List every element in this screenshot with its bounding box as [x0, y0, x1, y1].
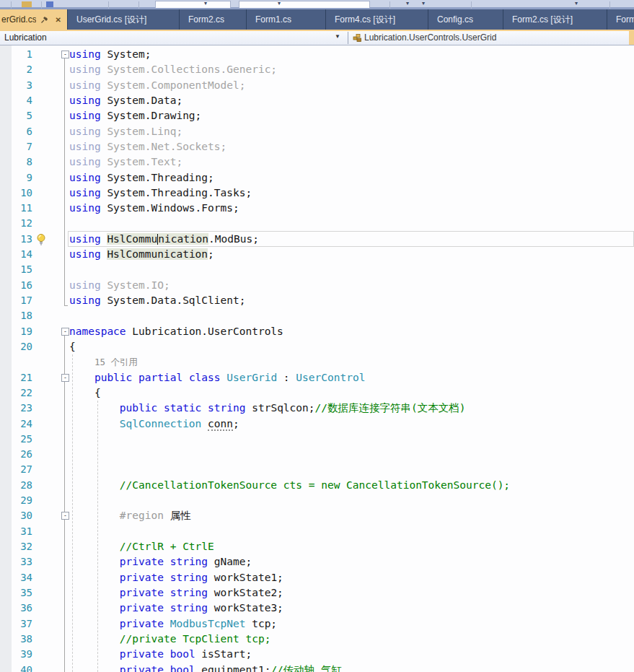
code-token — [164, 664, 170, 672]
code-line-20[interactable]: 20{ — [0, 339, 634, 354]
close-icon[interactable]: ✕ — [53, 15, 63, 25]
line-number: 4 — [0, 93, 34, 108]
code-token — [69, 648, 120, 660]
code-line-26[interactable]: 26 — [0, 447, 634, 462]
line-number: 29 — [0, 493, 34, 508]
code-token: using — [69, 248, 101, 260]
lightbulb-icon[interactable] — [35, 233, 47, 245]
line-number: 26 — [0, 447, 34, 462]
tab-form1-cs[interactable]: Form1.cs — [247, 9, 326, 30]
line-number: 18 — [0, 308, 34, 323]
code-line-24[interactable]: 24 SqlConnection conn; — [0, 416, 634, 432]
code-line-40[interactable]: 40 private bool equipment1;//传动轴 气缸 — [0, 663, 634, 672]
code-line-8[interactable]: 8using System.Text; — [0, 154, 634, 170]
line-number: 23 — [0, 401, 34, 416]
code-line-35[interactable]: 35 private string workState2; — [0, 585, 634, 601]
tab-form4-cs-[interactable]: Form4.cs [设计] — [326, 9, 428, 30]
dropdown-caret-icon[interactable]: ▾ — [278, 0, 281, 7]
code-line-29[interactable]: 29 — [0, 493, 634, 508]
code-token — [69, 572, 120, 583]
code-line-18[interactable]: 18 — [0, 308, 634, 323]
code-line-23[interactable]: 23 public static string strSqlcon;//数据库连… — [0, 401, 634, 416]
code-token — [201, 418, 208, 429]
code-line-14[interactable]: 14using HslCommunication; — [0, 247, 634, 262]
code-token: ModbusTcpNet — [170, 618, 246, 629]
code-line-25[interactable]: 25 — [0, 432, 634, 447]
tab-form2-cs-[interactable]: Form2.cs [设计] — [503, 9, 607, 30]
navigation-bar: Lubrication ▼ Lubrication.UserControls.U… — [0, 31, 634, 45]
folder-icon[interactable] — [22, 1, 32, 7]
code-token: //CtrlR + CtrlE — [120, 541, 214, 552]
toolbar-separator — [41, 1, 42, 9]
code-token: 15 个引用 — [94, 357, 138, 367]
code-line-27[interactable]: 27 — [0, 462, 634, 477]
code-line-21[interactable]: 21- public partial class UserGrid : User… — [0, 370, 634, 385]
project-dropdown[interactable]: Lubrication — [4, 32, 47, 43]
code-line-34[interactable]: 34 private string workState1; — [0, 570, 634, 585]
code-line-36[interactable]: 36 private string workState3; — [0, 601, 634, 616]
tab-form2-cs[interactable]: Form2.cs — [180, 9, 247, 30]
code-line-10[interactable]: 10using System.Threading.Tasks; — [0, 186, 634, 201]
code-line-2[interactable]: 2using System.Collections.Generic; — [0, 62, 634, 77]
code-line-4[interactable]: 4using System.Data; — [0, 93, 634, 108]
tab-form[interactable]: Form — [607, 9, 634, 30]
vs-window: { "tabs": [ { "label": "erGrid.cs", "act… — [0, 0, 634, 672]
code-line-5[interactable]: 5using System.Drawing; — [0, 108, 634, 123]
code-line-16[interactable]: 16using System.IO; — [0, 278, 634, 293]
code-line-39[interactable]: 39 private bool isStart; — [0, 647, 634, 662]
save-icon[interactable] — [46, 1, 53, 7]
collapse-box-icon[interactable]: - — [61, 51, 69, 58]
chevron-down-icon[interactable]: ▼ — [335, 33, 340, 40]
toolbar-combobox[interactable] — [155, 1, 231, 8]
dropdown-caret-icon[interactable]: ▾ — [406, 0, 409, 7]
code-token — [164, 556, 170, 567]
code-line-32[interactable]: 32 //CtrlR + CtrlE — [0, 539, 634, 554]
code-line-31[interactable]: 31 — [0, 524, 634, 539]
code-line-11[interactable]: 11using System.Windows.Forms; — [0, 201, 634, 216]
collapse-box-icon[interactable]: - — [61, 328, 69, 336]
pin-icon[interactable] — [40, 15, 50, 25]
tab-usergrid-cs-[interactable]: UserGrid.cs [设计] — [68, 9, 180, 30]
dropdown-caret-icon[interactable]: ▾ — [204, 0, 207, 7]
line-number: 8 — [0, 154, 34, 170]
dropdown-caret-icon[interactable]: ▾ — [422, 0, 425, 7]
code-line-30[interactable]: 30- #region 属性 — [0, 508, 634, 523]
line-number: 32 — [0, 539, 34, 554]
code-token — [164, 602, 170, 614]
code-line-15[interactable]: 15 — [0, 262, 634, 277]
code-line-33[interactable]: 33 private string gName; — [0, 554, 634, 570]
code-line-37[interactable]: 37 private ModbusTcpNet tcp; — [0, 616, 634, 632]
code-token: //数据库连接字符串(文本文档) — [315, 402, 466, 414]
code-token: gName; — [208, 556, 252, 567]
line-number: 22 — [0, 385, 34, 401]
toolbar-separator — [108, 1, 109, 9]
code-line-28[interactable]: 28 //CancellationTokenSource cts = new C… — [0, 478, 634, 493]
collapse-box-icon[interactable]: - — [61, 374, 69, 382]
toolbar-combobox[interactable] — [239, 1, 370, 8]
code-line-38[interactable]: 38 //private TcpClient tcp; — [0, 632, 634, 647]
tab-ergrid-cs[interactable]: erGrid.cs✕ — [0, 9, 68, 30]
type-breadcrumb-dropdown[interactable]: Lubrication.UserControls.UserGrid — [364, 32, 496, 43]
code-editor[interactable]: 1-using System;2using System.Collections… — [0, 45, 634, 672]
line-number: 30 — [0, 508, 34, 523]
tab-config-cs[interactable]: Config.cs — [428, 9, 503, 30]
dropdown-caret-icon[interactable]: ▾ — [575, 0, 578, 7]
code-line-13[interactable]: 13using HslCommunication.ModBus; — [0, 232, 634, 247]
codelens-row[interactable]: 15 个引用 — [0, 354, 634, 370]
code-line-17[interactable]: 17using System.Data.SqlClient; — [0, 293, 634, 308]
code-line-7[interactable]: 7using System.Net.Sockets; — [0, 139, 634, 154]
code-line-19[interactable]: 19-namespace Lubrication.UserControls — [0, 324, 634, 339]
code-token — [164, 618, 170, 629]
code-line-3[interactable]: 3using System.ComponentModel; — [0, 78, 634, 93]
collapse-box-icon[interactable]: - — [61, 512, 69, 520]
code-line-22[interactable]: 22 { — [0, 385, 634, 401]
code-line-9[interactable]: 9using System.Threading; — [0, 170, 634, 186]
outline-region-line — [64, 336, 65, 672]
code-token: private — [120, 587, 164, 598]
code-token: System.Data.SqlClient; — [101, 294, 246, 306]
code-line-1[interactable]: 1-using System; — [0, 47, 634, 62]
code-line-12[interactable]: 12 — [0, 216, 634, 231]
code-token: string — [170, 556, 208, 567]
line-number: 3 — [0, 78, 34, 93]
code-line-6[interactable]: 6using System.Linq; — [0, 124, 634, 139]
